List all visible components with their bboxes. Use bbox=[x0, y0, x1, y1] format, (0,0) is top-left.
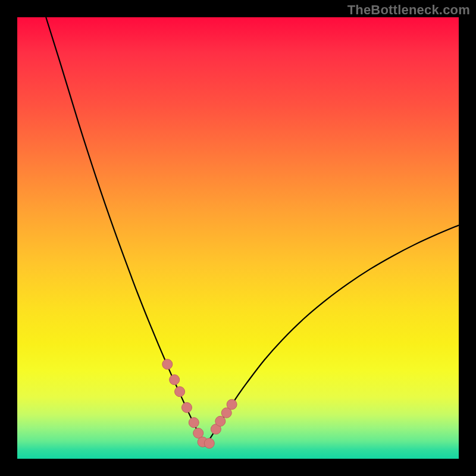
marker-point bbox=[193, 428, 203, 438]
marker-point bbox=[162, 359, 173, 369]
marker-point bbox=[227, 399, 237, 409]
curve-right-branch bbox=[205, 225, 459, 446]
marker-point bbox=[189, 418, 199, 428]
watermark-label: TheBottleneck.com bbox=[347, 2, 470, 18]
marker-point bbox=[175, 387, 185, 397]
marker-point bbox=[215, 416, 226, 426]
marker-point bbox=[170, 375, 180, 385]
marker-group bbox=[162, 359, 237, 449]
chart-frame: TheBottleneck.com bbox=[0, 0, 476, 476]
curve-left-branch bbox=[46, 17, 205, 446]
plot-area bbox=[17, 17, 459, 459]
marker-point bbox=[181, 402, 192, 412]
curve-overlay bbox=[17, 17, 459, 459]
marker-point bbox=[204, 439, 214, 449]
